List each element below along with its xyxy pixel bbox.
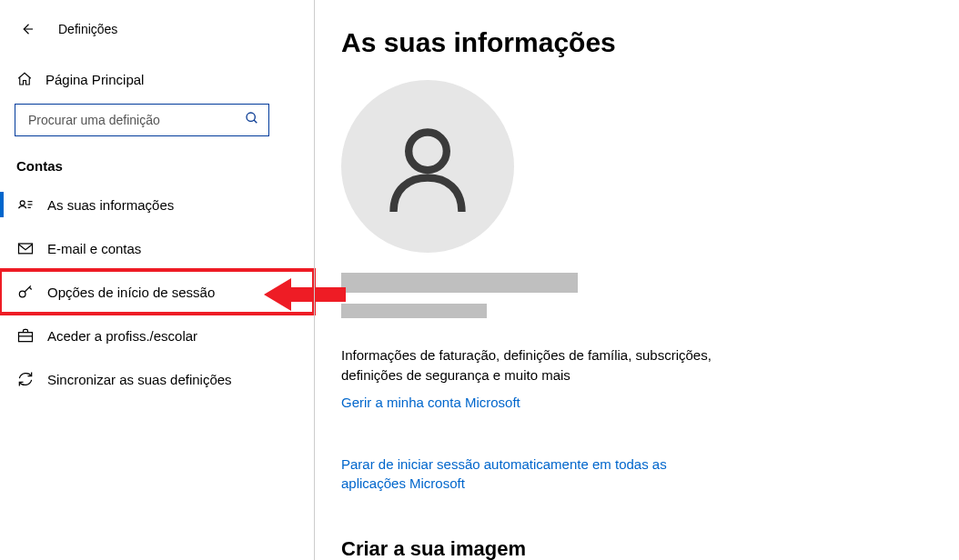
sidebar-item-your-info[interactable]: As suas informações <box>0 183 314 226</box>
svg-point-0 <box>247 113 255 121</box>
page-title: As suas informações <box>341 27 932 58</box>
avatar <box>341 80 514 253</box>
account-name-block <box>341 273 932 318</box>
svg-rect-8 <box>19 333 33 342</box>
sidebar-item-label: As suas informações <box>47 197 174 213</box>
search-icon <box>245 111 259 129</box>
svg-point-2 <box>20 201 25 205</box>
sidebar-item-label: Sincronizar as suas definições <box>47 372 232 387</box>
vertical-divider <box>314 0 315 560</box>
svg-point-7 <box>19 291 25 297</box>
redacted-subtitle <box>341 304 487 318</box>
main-content: As suas informações Informações de fatur… <box>314 0 959 560</box>
sidebar: Definições Página Principal Contas As <box>0 0 314 560</box>
stop-auto-signin-link[interactable]: Parar de iniciar sessão automaticamente … <box>341 455 723 495</box>
mail-icon <box>16 239 35 257</box>
sidebar-item-sync-settings[interactable]: Sincronizar as suas definições <box>0 357 314 401</box>
briefcase-icon <box>16 326 35 345</box>
billing-info-text: Informações de faturação, definições de … <box>341 345 751 385</box>
manage-account-link[interactable]: Gerir a minha conta Microsoft <box>341 395 520 410</box>
redacted-name <box>341 273 578 293</box>
home-label: Página Principal <box>45 72 144 87</box>
search-box[interactable] <box>15 104 269 136</box>
sidebar-item-work-school[interactable]: Aceder a profiss./escolar <box>0 314 314 357</box>
sidebar-item-email-accounts[interactable]: E-mail e contas <box>0 226 314 270</box>
sidebar-nav: As suas informações E-mail e contas Opçõ… <box>0 183 314 401</box>
search-input[interactable] <box>26 112 236 128</box>
key-icon <box>16 283 35 301</box>
person-icon <box>382 121 473 212</box>
person-card-icon <box>16 195 35 214</box>
create-image-heading: Criar a sua imagem <box>341 537 932 560</box>
svg-point-11 <box>409 133 447 171</box>
sidebar-item-label: E-mail e contas <box>47 241 141 256</box>
arrow-left-icon <box>19 21 35 37</box>
sidebar-section-title: Contas <box>0 158 314 174</box>
back-button[interactable] <box>16 18 38 40</box>
settings-title: Definições <box>58 22 117 36</box>
sidebar-item-signin-options[interactable]: Opções de início de sessão <box>0 270 314 314</box>
sync-icon <box>16 370 35 388</box>
home-icon <box>16 71 33 87</box>
svg-rect-6 <box>19 244 33 254</box>
home-button[interactable]: Página Principal <box>0 60 314 98</box>
sidebar-item-label: Aceder a profiss./escolar <box>47 328 197 344</box>
sidebar-item-label: Opções de início de sessão <box>47 285 215 300</box>
svg-line-1 <box>254 120 257 123</box>
